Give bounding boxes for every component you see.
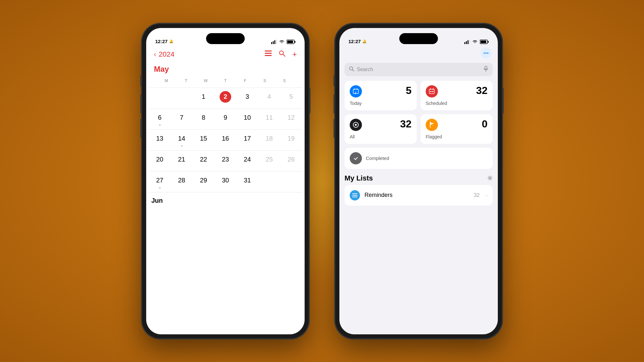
today-card[interactable]: 2 5 Today [345,81,417,110]
cal-date: 30 [220,175,231,186]
microphone-icon[interactable] [484,66,488,73]
time-display: 12:27 [348,39,361,44]
volume-up-button[interactable] [334,94,335,114]
next-month-label: Jun [149,192,302,204]
svg-point-10 [279,51,283,55]
cal-cell[interactable] [171,90,193,107]
cal-cell[interactable]: 17 [236,132,258,148]
cal-cell[interactable]: 22 [193,153,214,169]
cal-cell[interactable]: 29 [193,173,214,190]
svg-rect-3 [276,40,277,44]
day-header-mon: M [156,77,176,84]
scheduled-count: 32 [476,85,488,96]
cal-cell[interactable]: 14 [171,132,193,148]
cal-cell[interactable]: 10 [236,111,258,127]
cal-cell[interactable]: 3 [236,90,258,107]
back-chevron-icon[interactable]: ‹ [154,51,156,58]
more-icon: ••• [484,51,489,55]
cal-date: 14 [176,133,187,144]
cal-date: 15 [198,133,209,144]
cal-cell[interactable]: 25 [258,153,280,169]
year-nav[interactable]: ‹ 2024 [154,50,175,59]
battery-icon [480,40,489,44]
svg-rect-13 [466,41,467,44]
cal-cell[interactable]: 9 [214,111,236,127]
svg-rect-15 [469,40,470,44]
volume-down-button[interactable] [140,119,142,138]
cal-cell[interactable]: 7 [171,111,193,127]
svg-text:2: 2 [355,91,356,94]
cal-cell[interactable]: 13 [149,132,171,148]
day-header-tue: T [176,77,196,84]
right-phone: 12:27 🔔 [335,23,502,339]
card-top: 0 [426,119,488,131]
add-event-icon[interactable]: + [292,50,297,59]
svg-rect-6 [295,41,296,43]
power-button[interactable] [502,88,504,114]
cal-cell[interactable]: 19 [280,132,302,148]
completed-card[interactable]: Completed [345,148,493,169]
search-placeholder: Search [357,67,481,72]
cal-cell[interactable]: 23 [214,153,236,169]
cal-cell[interactable]: 30 [214,173,236,190]
signal-icon [271,40,277,44]
cal-cell[interactable]: 16 [214,132,236,148]
cal-cell[interactable]: 6 [149,111,171,127]
day-headers: M T W T F S S [154,77,297,84]
cal-date: 18 [263,133,275,144]
calendar-week-4: 20 21 22 23 24 25 26 [149,150,302,171]
cal-cell[interactable] [149,90,171,107]
cal-date: 25 [263,154,275,165]
mute-button[interactable] [140,75,142,87]
cal-cell[interactable]: 1 [193,90,214,107]
volume-up-button[interactable] [140,94,142,114]
search-bar[interactable]: Search [345,63,493,76]
cal-date: 27 [154,175,166,186]
day-header-sun: S [275,77,294,84]
cal-cell[interactable]: 4 [258,90,280,107]
cal-cell[interactable]: 24 [236,153,258,169]
year-label: 2024 [159,50,175,59]
flagged-card[interactable]: 0 Flagged [421,114,493,144]
cal-cell[interactable]: 11 [258,111,280,127]
flagged-label: Flagged [426,134,488,139]
cal-cell[interactable]: 28 [171,173,193,190]
cal-cell[interactable]: 20 [149,153,171,169]
cal-cell[interactable] [280,173,302,190]
power-button[interactable] [309,88,310,114]
calendar-week-2: 6 7 8 9 10 11 12 [149,108,302,129]
calendar-actions: + [265,50,297,59]
search-icon[interactable] [279,50,285,58]
cal-date [176,91,187,103]
bell-icon: 🔔 [362,39,367,43]
month-label: May [154,65,297,74]
cal-cell[interactable]: 18 [258,132,280,148]
day-header-wed: W [196,77,215,84]
cal-cell[interactable]: 8 [193,111,214,127]
cal-date: 8 [198,112,209,124]
cal-cell[interactable]: 27 [149,173,171,190]
volume-down-button[interactable] [334,119,335,138]
svg-rect-17 [480,41,486,43]
cal-cell[interactable]: 15 [193,132,214,148]
scheduled-card[interactable]: 32 Scheduled [421,81,493,110]
cal-date: 7 [176,112,187,124]
cal-cell[interactable]: 2 [214,90,236,107]
cal-cell[interactable] [258,173,280,190]
cal-cell[interactable]: 12 [280,111,302,127]
cal-cell[interactable]: 26 [280,153,302,169]
list-view-icon[interactable] [265,51,272,58]
calendar-week-1: 1 2 3 4 5 [149,88,302,108]
cal-cell[interactable]: 31 [236,173,258,190]
svg-rect-27 [429,89,434,94]
more-options-button[interactable]: ••• [481,48,491,58]
reminders-list-item[interactable]: Reminders 32 › [345,185,493,206]
cal-cell[interactable]: 21 [171,153,193,169]
cal-date: 20 [154,154,166,165]
cal-date: 10 [242,112,253,124]
my-lists-label: My Lists [345,174,373,182]
all-card[interactable]: 32 All [345,114,417,144]
mute-button[interactable] [334,75,335,87]
cal-cell[interactable]: 5 [280,90,302,107]
card-top: 32 [426,85,488,97]
